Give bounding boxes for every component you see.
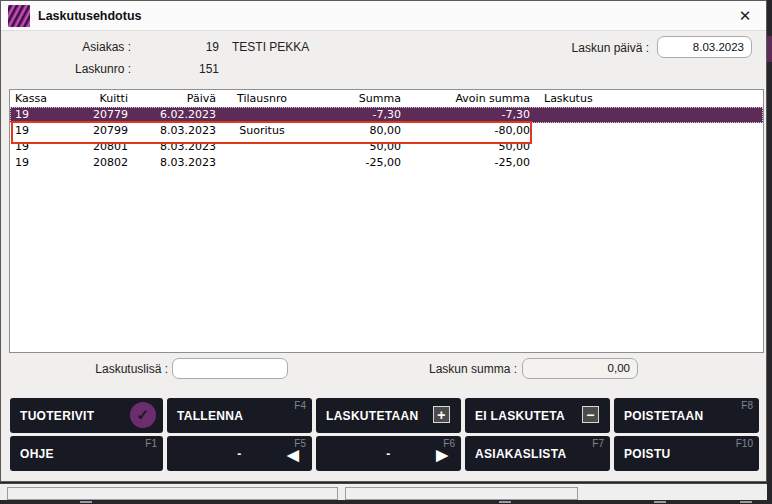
minus-icon: −: [582, 406, 599, 423]
button-label: -: [386, 447, 390, 461]
button-label: ASIAKASLISTA: [475, 447, 566, 461]
asiakas-name: TESTI PEKKA: [232, 39, 452, 55]
tallenna-button[interactable]: TALLENNA F4: [167, 398, 312, 433]
asiakas-number: 19: [141, 39, 219, 55]
title-bar: Laskutusehdotus ✕: [1, 1, 766, 31]
background-window-fragment: [767, 36, 772, 62]
taskbar-tick: [740, 501, 752, 503]
status-panel: [345, 487, 578, 500]
plus-icon: +: [433, 406, 450, 423]
fkey-label: F8: [741, 400, 753, 411]
laskutuslisa-input[interactable]: [172, 358, 288, 379]
laskutuslisa-label: Laskutuslisä :: [61, 361, 168, 377]
table-cell: 19: [10, 107, 74, 123]
ei-laskuteta-button[interactable]: EI LASKUTETA −: [465, 398, 610, 433]
check-circle-icon: ✓: [130, 402, 156, 428]
laskun-summa-field: 0,00: [522, 358, 638, 379]
table-cell: 20779: [74, 107, 128, 123]
table-cell: 50,00: [401, 139, 530, 155]
column-header[interactable]: Kassa: [10, 90, 74, 107]
screen: Laskutusehdotus ✕ Asiakas : 19 TESTI PEK…: [0, 0, 772, 504]
table-cell: 19: [10, 155, 74, 171]
button-label: LASKUTETAAN: [326, 409, 418, 423]
fkey-label: F5: [294, 438, 306, 449]
taskbar-tick: [654, 501, 666, 503]
ohje-button[interactable]: OHJE F1: [10, 436, 163, 471]
fkey-label: F1: [145, 438, 157, 449]
table-body: 19207796.02.2023-7,30-7,3019207998.03.20…: [10, 107, 763, 171]
column-header[interactable]: Summa: [308, 90, 401, 107]
table-cell: -25,00: [401, 155, 530, 171]
column-header[interactable]: Kuitti: [74, 90, 128, 107]
close-icon[interactable]: ✕: [734, 5, 756, 27]
app-icon: [8, 5, 30, 27]
column-header[interactable]: Tilausnro: [216, 90, 308, 107]
tuoterivit-button[interactable]: TUOTERIVIT ✓: [10, 398, 163, 433]
table-cell: 8.03.2023: [128, 123, 216, 139]
background-window-statusbar: [0, 483, 767, 500]
table-cell: 80,00: [308, 123, 401, 139]
table-row[interactable]: 19207796.02.2023-7,30-7,30: [10, 107, 763, 123]
status-panel: [7, 487, 338, 500]
window-title: Laskutusehdotus: [38, 9, 142, 23]
button-label: -: [237, 447, 241, 461]
table-cell: 8.03.2023: [128, 155, 216, 171]
table-cell: -80,00: [401, 123, 530, 139]
table-cell: Suoritus: [216, 123, 308, 139]
table-cell: [530, 139, 763, 155]
fkey-label: F4: [294, 400, 306, 411]
button-label: POISTU: [624, 447, 670, 461]
table-cell: [216, 107, 308, 123]
laskun-paiva-field[interactable]: [657, 36, 752, 58]
function-button-grid: TUOTERIVIT ✓ TALLENNA F4 LASKUTETAAN + E…: [10, 398, 759, 471]
table-cell: 20801: [74, 139, 128, 155]
poistu-button[interactable]: POISTU F10: [614, 436, 759, 471]
laskunro-value: 151: [141, 61, 219, 77]
next-button[interactable]: - ▶ F6: [316, 436, 461, 471]
column-header[interactable]: Päivä: [128, 90, 216, 107]
table-cell: 20802: [74, 155, 128, 171]
table-cell: [530, 155, 763, 171]
fkey-label: F7: [592, 438, 604, 449]
table-row[interactable]: 19208018.03.202350,0050,00: [10, 139, 763, 155]
table-cell: -7,30: [308, 107, 401, 123]
fkey-label: F6: [443, 438, 455, 449]
button-label: TALLENNA: [177, 409, 243, 423]
table-cell: 20799: [74, 123, 128, 139]
table-row[interactable]: 19208028.03.2023-25,00-25,00: [10, 155, 763, 171]
table-cell: 50,00: [308, 139, 401, 155]
laskutetaan-button[interactable]: LASKUTETAAN +: [316, 398, 461, 433]
button-label: TUOTERIVIT: [20, 409, 94, 423]
button-label: OHJE: [20, 447, 54, 461]
table-cell: -25,00: [308, 155, 401, 171]
table-cell: [530, 107, 763, 123]
asiakaslista-button[interactable]: ASIAKASLISTA F7: [465, 436, 610, 471]
table-cell: 19: [10, 139, 74, 155]
laskun-summa-label: Laskun summa :: [409, 361, 517, 377]
table-header: KassaKuittiPäiväTilausnroSummaAvoin summ…: [10, 90, 763, 107]
table-cell: 8.03.2023: [128, 139, 216, 155]
poistetaan-button[interactable]: POISTETAAN F8: [614, 398, 759, 433]
table-cell: 19: [10, 123, 74, 139]
column-header[interactable]: Avoin summa: [401, 90, 530, 107]
taskbar-tick: [499, 501, 511, 503]
table-cell: [216, 139, 308, 155]
fkey-label: F10: [736, 438, 753, 449]
table-row[interactable]: 19207998.03.2023Suoritus80,00-80,00: [10, 123, 763, 139]
laskutusehdotus-window: Laskutusehdotus ✕ Asiakas : 19 TESTI PEK…: [0, 0, 767, 482]
table-cell: -7,30: [401, 107, 530, 123]
table-cell: [530, 123, 763, 139]
asiakas-label: Asiakas :: [31, 39, 131, 55]
table-cell: [216, 155, 308, 171]
previous-button[interactable]: - ◀ F5: [167, 436, 312, 471]
table-cell: 6.02.2023: [128, 107, 216, 123]
button-label: EI LASKUTETA: [475, 409, 565, 423]
taskbar-tick: [80, 501, 92, 503]
laskunro-label: Laskunro :: [31, 61, 131, 77]
receipt-table: KassaKuittiPäiväTilausnroSummaAvoin summ…: [9, 89, 764, 353]
button-label: POISTETAAN: [624, 409, 703, 423]
column-header[interactable]: Laskutus: [530, 90, 763, 107]
laskun-paiva-label: Laskun päivä :: [541, 40, 649, 56]
